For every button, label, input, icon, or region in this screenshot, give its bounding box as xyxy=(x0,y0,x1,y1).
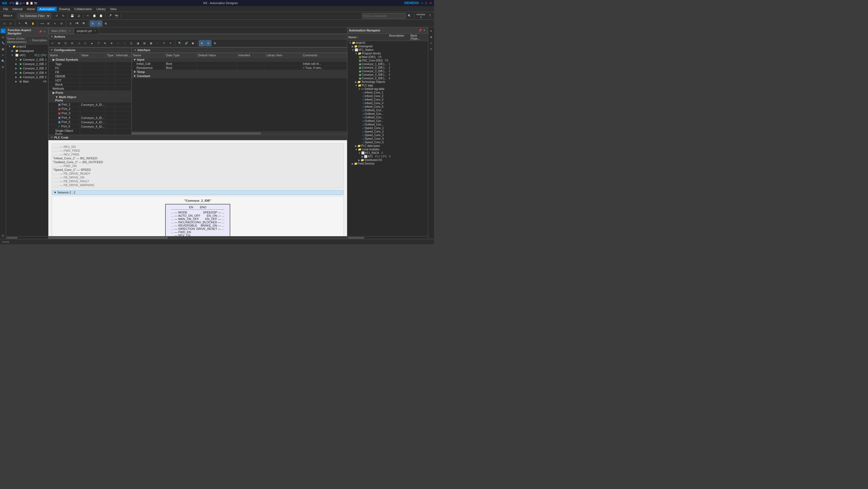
tree-item-kf1[interactable]: ▼ ⬜ =KF1 PLC CPU xyxy=(6,53,48,57)
find-command-btn[interactable]: 🔍 xyxy=(406,13,412,19)
auto-item-infeed-conv1[interactable]: ◁ Infeed_Conv_1 xyxy=(347,91,428,94)
auto-item-unassigned[interactable]: ▶ 📁 Unassigned xyxy=(347,44,428,48)
tb-print[interactable]: 🖨 xyxy=(76,13,82,19)
tb-camera[interactable]: 📷 xyxy=(114,13,120,19)
auto-item-conv4-idb[interactable]: ▣ Conveyor_4_IDB [... 4 xyxy=(347,73,428,76)
auto-item-infeed-conv3[interactable]: ◁ Infeed_Conv_3 xyxy=(347,98,428,101)
tree-item-unassigned[interactable]: ▶ 📁 Unassigned xyxy=(6,48,48,53)
table-row[interactable]: FC xyxy=(49,66,131,70)
table-row[interactable]: ▶ Global Symbols xyxy=(49,58,131,62)
auto-item-infeed-conv2[interactable]: ◁ Infeed_Conv_2 xyxy=(347,94,428,98)
auto-item-kf1-rack[interactable]: ▼ ⬜ KF1_RACK 0 xyxy=(347,151,428,155)
tb2-pan[interactable]: ✋ xyxy=(30,21,36,27)
action-btn-11[interactable]: ↔ xyxy=(115,40,121,46)
action-btn-8[interactable]: ▽ xyxy=(95,40,101,46)
auto-item-speed1[interactable]: ◁ Speed_Conv_1 xyxy=(347,126,428,130)
auto-item-conv2-idb[interactable]: ▣ Conveyor_2_IDB [... 2 xyxy=(347,66,428,69)
sidebar-icon-settings[interactable]: ⚙ xyxy=(1,65,5,69)
auto-item-plc-tags[interactable]: ▼ 📁 PLC tags xyxy=(347,84,428,87)
table-row[interactable]: ▣ Port_2 xyxy=(49,107,131,111)
tb2-forward[interactable]: ▷ xyxy=(8,21,14,27)
action-btn-19[interactable]: ✕ xyxy=(168,40,174,46)
table-row[interactable]: FB xyxy=(49,70,131,74)
maximize-button[interactable]: □ xyxy=(425,1,427,5)
table-row[interactable]: UDT xyxy=(49,78,131,83)
table-row[interactable]: ▣ Port_3 xyxy=(49,111,131,116)
tb-cut[interactable]: ✂ xyxy=(85,13,91,19)
auto-item-infeed-conv5[interactable]: ◁ Infeed_Conv_5 xyxy=(347,105,428,108)
tree-item-conv1[interactable]: ▼ ▣ Conveyor_1_IDB 1 xyxy=(6,57,48,62)
action-btn-13[interactable]: ◫ xyxy=(128,40,134,46)
tree-item-conv3[interactable]: ▶ ▣ Conveyor_3_IDB 3 xyxy=(6,66,48,70)
auto-item-main-ob1[interactable]: ▦ Main [OB1] OB xyxy=(347,55,428,59)
tree-item-project1[interactable]: ▼ 📁 project1 xyxy=(6,44,48,48)
sidebar-icon-tools[interactable]: 🔧 xyxy=(1,40,5,45)
table-row[interactable]: Methods xyxy=(49,87,131,91)
selection-filter-dropdown[interactable]: No Selection Filter xyxy=(18,13,51,19)
action-btn-16[interactable]: ▦ xyxy=(148,40,154,46)
menu-drawing[interactable]: Drawing xyxy=(57,7,72,11)
left-panel-pin[interactable]: 📌 xyxy=(38,30,42,34)
table-row[interactable]: ▶ Ports xyxy=(49,91,131,95)
left-panel-scrollbar[interactable] xyxy=(6,236,48,239)
menu-file[interactable]: File xyxy=(1,7,10,11)
action-btn-7[interactable]: ▲ xyxy=(89,40,95,46)
tab-main-ob1[interactable]: Main [OB1] ✕ xyxy=(49,28,74,34)
action-btn-4[interactable]: ⊟ xyxy=(69,40,75,46)
tb-redo[interactable]: ↻ xyxy=(60,13,66,19)
tb-save[interactable]: 💾 xyxy=(69,13,75,19)
action-btn-10[interactable]: ⊗ xyxy=(108,40,115,46)
auto-item-program-blocks[interactable]: ▼ 📁 Program blocks xyxy=(347,52,428,55)
auto-item-kf1-cpu[interactable]: ▶ ⬜ KF1 PLC CPU 0 xyxy=(347,155,428,158)
tree-item-conv2[interactable]: ▶ ▣ Conveyor_2_IDB 2 xyxy=(6,62,48,66)
tab-project1-prt[interactable]: project1.prt ✕ xyxy=(74,28,99,34)
auto-item-speed5[interactable]: ◁ Speed_Conv_5 xyxy=(347,140,428,144)
tb-window[interactable]: Window ▾ xyxy=(415,13,426,19)
action-btn-25[interactable]: ⊠ xyxy=(212,40,218,46)
table-row[interactable]: ▣ Port_4 Conveyor_4_ID... xyxy=(49,116,131,120)
sidebar-icon-bottom[interactable]: ◎ xyxy=(1,233,5,238)
auto-item-infeed-conv4[interactable]: ◁ Infeed_Conv_4 xyxy=(347,101,428,105)
auto-item-conv3-idb[interactable]: ▣ Conveyor_3_IDB [... 3 xyxy=(347,69,428,73)
action-btn-5[interactable]: ◁ xyxy=(76,40,82,46)
action-btn-20[interactable]: 🔍 xyxy=(177,40,183,46)
tb-undo[interactable]: ↺ xyxy=(54,13,60,19)
auto-item-default-tag-table[interactable]: ▼ 🏷 Default tag table xyxy=(347,87,428,91)
menu-automation[interactable]: Automation xyxy=(37,7,57,11)
minimize-button[interactable]: ─ xyxy=(421,1,423,5)
auto-item-outfeed2[interactable]: ◁ Outfeed_Con... xyxy=(347,112,428,116)
auto-item-tech-objects[interactable]: ▶ 📁 Technology Objects xyxy=(347,80,428,84)
action-btn-9[interactable]: ⊕ xyxy=(102,40,108,46)
menu-home[interactable]: Home xyxy=(25,7,37,11)
table-row[interactable]: Single Object Ports xyxy=(49,129,131,135)
tb2-view1[interactable]: ⊞ xyxy=(90,21,96,27)
auto-item-outfeed5[interactable]: ◁ Outfeed_Con... xyxy=(347,123,428,126)
tb2-connect[interactable]: ⟶ xyxy=(39,21,45,27)
action-btn-3[interactable]: ⊡ xyxy=(63,40,69,46)
action-btn-21[interactable]: 🔗 xyxy=(183,40,189,46)
auto-item-outfeed3[interactable]: ◁ Outfeed_Con... xyxy=(347,116,428,119)
table-row[interactable]: ▣ Port_1 Conveyor_4_ID... xyxy=(49,102,131,107)
sidebar-icon-blocks[interactable]: ▦ xyxy=(1,46,5,52)
plc-code-toggle[interactable]: ▼ xyxy=(51,136,53,139)
table-row[interactable]: ▼ Multi Object Ports xyxy=(49,95,131,102)
auto-item-outfeed4[interactable]: ◁ Outfeed_Con... xyxy=(347,119,428,123)
auto-nav-pin[interactable]: 📌 xyxy=(418,28,422,32)
sidebar-icon-search[interactable]: 🔍 xyxy=(1,59,5,63)
tb-copy[interactable]: 📋 xyxy=(91,13,97,19)
table-row[interactable]: ✓ Port_6 Conveyor_4_ID... xyxy=(49,124,131,129)
auto-item-kf1-station[interactable]: ▼ ⬜ KF1_Station xyxy=(347,48,428,52)
table-row[interactable]: ▣ Port_5 Conveyor_4_ID... xyxy=(49,120,131,124)
actions-toggle[interactable]: ▼ xyxy=(51,35,53,38)
action-btn-17[interactable]: ⋯ xyxy=(155,40,160,46)
auto-nav-close[interactable]: ✕ xyxy=(423,28,426,32)
table-row[interactable]: Initial_Call Bool Initial call of... xyxy=(132,62,347,66)
plc-code-scrollbar-h[interactable] xyxy=(49,236,347,239)
tb2-align[interactable]: ≡ xyxy=(52,21,58,27)
tree-item-conv4[interactable]: ▶ ▣ Conveyor_4_IDB 4 xyxy=(6,70,48,75)
action-btn-12[interactable]: ↕ xyxy=(122,40,128,46)
close-button[interactable]: ✕ xyxy=(429,1,432,5)
tb-paste[interactable]: 📋 xyxy=(98,13,104,19)
sidebar-icon-layers[interactable]: ≡ xyxy=(1,53,5,57)
sidebar-icon-nav[interactable]: 🗂 xyxy=(1,34,5,39)
